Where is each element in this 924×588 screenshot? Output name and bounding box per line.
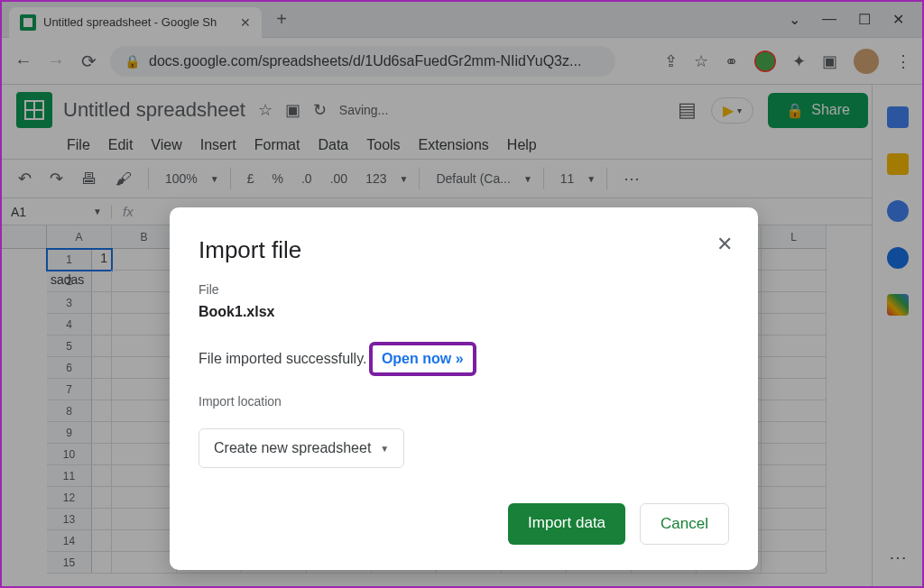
import-location-select[interactable]: Create new spreadsheet ▼ (199, 428, 404, 468)
import-data-button[interactable]: Import data (508, 503, 625, 545)
close-dialog-button[interactable]: ✕ (716, 233, 733, 256)
cancel-button[interactable]: Cancel (640, 503, 729, 545)
import-file-dialog: Import file ✕ File Book1.xlsx File impor… (170, 207, 758, 570)
open-now-link[interactable]: Open now » (369, 342, 476, 376)
import-location-label: Import location (199, 394, 729, 409)
dialog-title: Import file (199, 236, 729, 264)
file-label: File (199, 282, 729, 297)
import-status: File imported successfully. (199, 351, 366, 366)
file-name: Book1.xlsx (199, 304, 729, 320)
chevron-down-icon: ▼ (380, 444, 389, 454)
